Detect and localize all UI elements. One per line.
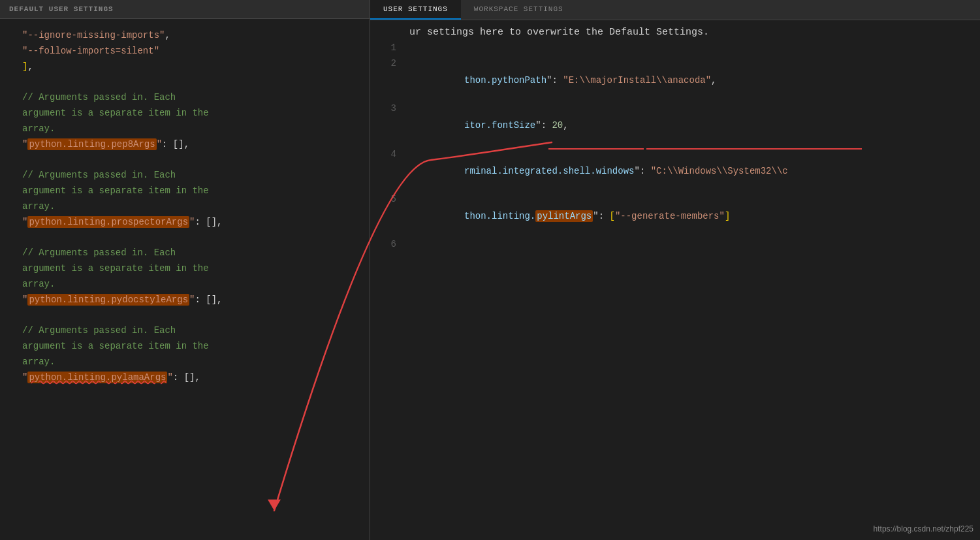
code-token: : [],: [173, 372, 200, 383]
highlighted-pylintargs: pylintArgs: [535, 210, 593, 222]
list-item: "python.linting.pydocstyleArgs": [],: [22, 293, 370, 308]
line-number-2: 2: [377, 58, 396, 69]
code-token: "E:\\majorInstall\\anacoda": [563, 75, 711, 86]
code-token: // Arguments passed in. Each: [22, 92, 176, 103]
list-item: ],: [22, 59, 370, 75]
list-item: [22, 308, 370, 323]
list-item: array.: [22, 121, 370, 137]
code-token: : [],: [195, 294, 222, 305]
highlighted-key: python.linting.pep8Args: [27, 138, 156, 150]
code-token: 20: [552, 120, 563, 131]
code-line-1: 1: [370, 42, 980, 58]
list-item: argument is a separate item in the: [22, 339, 370, 355]
list-item: array.: [22, 355, 370, 370]
intro-line: ur settings here to overwrite the Defaul…: [370, 27, 980, 42]
list-item: "python.linting.pylamaArgs": [],: [22, 370, 370, 386]
highlighted-key: python.linting.pydocstyleArgs: [27, 294, 189, 306]
line-content-2: thon.pythonPath": "E:\\majorInstall\\ana…: [409, 58, 717, 103]
code-token: ,: [563, 120, 568, 131]
list-item: // Arguments passed in. Each: [22, 168, 370, 183]
code-token: ":: [634, 166, 650, 176]
code-token: "--ignore-missing-imports": [22, 30, 165, 40]
right-panel: USER SETTINGS WORKSPACE SETTINGS ur sett…: [370, 0, 980, 540]
list-item: argument is a separate item in the: [22, 106, 370, 121]
code-token: array.: [22, 279, 55, 289]
highlighted-key-pylama: python.linting.pylamaArgs: [27, 372, 167, 383]
list-item: array.: [22, 277, 370, 293]
code-line-5: 5 thon.linting.pylintArgs": ["--generate…: [370, 194, 980, 239]
code-token: array.: [22, 357, 55, 367]
code-line-3: 3 itor.fontSize": 20,: [370, 103, 980, 148]
list-item: // Arguments passed in. Each: [22, 323, 370, 339]
code-token: : [],: [162, 139, 189, 150]
right-panel-tabs: USER SETTINGS WORKSPACE SETTINGS: [370, 0, 980, 20]
code-token: ":: [546, 75, 563, 86]
code-token: // Arguments passed in. Each: [22, 247, 176, 258]
line-content-5: thon.linting.pylintArgs": ["--generate-m…: [409, 194, 730, 239]
line-number-1: 1: [377, 42, 396, 53]
code-line-6: 6: [370, 239, 980, 255]
code-token: ]: [725, 211, 730, 221]
list-item: "--ignore-missing-imports",: [22, 28, 370, 44]
code-token: argument is a separate item in the: [22, 185, 209, 196]
code-token: array.: [22, 201, 55, 212]
code-line-2: 2 thon.pythonPath": "E:\\majorInstall\\a…: [370, 58, 980, 103]
left-panel-content: "--ignore-missing-imports", "--follow-im…: [0, 19, 370, 540]
line-number-5: 5: [377, 194, 396, 204]
highlighted-key: python.linting.prospectorArgs: [27, 216, 189, 228]
list-item: "--follow-imports=silent": [22, 44, 370, 59]
line-content-4: rminal.integrated.shell.windows": "C:\\W…: [409, 149, 788, 194]
tab-workspace-settings[interactable]: WORKSPACE SETTINGS: [461, 0, 577, 20]
code-token: ": [157, 139, 162, 150]
code-line-4: 4 rminal.integrated.shell.windows": "C:\…: [370, 149, 980, 194]
line-content-3: itor.fontSize": 20,: [409, 103, 569, 148]
code-token: "--follow-imports=silent": [22, 46, 159, 56]
list-item: [22, 152, 370, 168]
left-code-block: "--ignore-missing-imports", "--follow-im…: [13, 25, 370, 388]
list-item: "python.linting.prospectorArgs": [],: [22, 215, 370, 230]
code-token: argument is a separate item in the: [22, 108, 209, 118]
list-item: [22, 230, 370, 246]
right-panel-content: ur settings here to overwrite the Defaul…: [370, 20, 980, 540]
code-token: argument is a separate item in the: [22, 263, 209, 274]
code-token: itor.fontSize: [464, 120, 535, 131]
intro-text: ur settings here to overwrite the Defaul…: [409, 27, 709, 38]
code-token: thon.pythonPath: [464, 75, 546, 86]
line-number-6: 6: [377, 239, 396, 249]
code-token: ":: [593, 211, 609, 221]
code-token: ":: [535, 120, 552, 131]
code-token: array.: [22, 123, 55, 134]
code-token: // Arguments passed in. Each: [22, 325, 176, 336]
code-token: ,: [27, 61, 33, 72]
code-token: argument is a separate item in the: [22, 341, 209, 351]
line-number-4: 4: [377, 149, 396, 159]
left-panel-header: DEFAULT USER SETTINGS: [0, 0, 370, 19]
code-token: // Arguments passed in. Each: [22, 170, 176, 180]
line-number-3: 3: [377, 103, 396, 114]
list-item: "python.linting.pep8Args": [],: [22, 137, 370, 153]
code-token: : [],: [195, 217, 222, 227]
bottom-url: https://blog.csdn.net/zhpf225: [874, 524, 973, 533]
left-panel: DEFAULT USER SETTINGS "--ignore-missing-…: [0, 0, 370, 540]
code-token: thon.linting.: [464, 211, 535, 221]
list-item: // Arguments passed in. Each: [22, 246, 370, 261]
code-token: ,: [165, 30, 170, 40]
code-token: [: [609, 211, 614, 221]
tab-user-settings[interactable]: USER SETTINGS: [370, 0, 461, 20]
list-item: [22, 74, 370, 90]
code-token: "--generate-members": [615, 211, 725, 221]
list-item: argument is a separate item in the: [22, 183, 370, 199]
list-item: // Arguments passed in. Each: [22, 90, 370, 106]
code-token: ,: [711, 75, 716, 86]
code-token: ": [167, 372, 172, 383]
list-item: array.: [22, 199, 370, 215]
main-container: DEFAULT USER SETTINGS "--ignore-missing-…: [0, 0, 980, 540]
code-token: rminal.integrated.shell.windows: [464, 166, 634, 176]
list-item: argument is a separate item in the: [22, 261, 370, 277]
code-token: "C:\\Windows\\System32\\c: [651, 166, 788, 176]
